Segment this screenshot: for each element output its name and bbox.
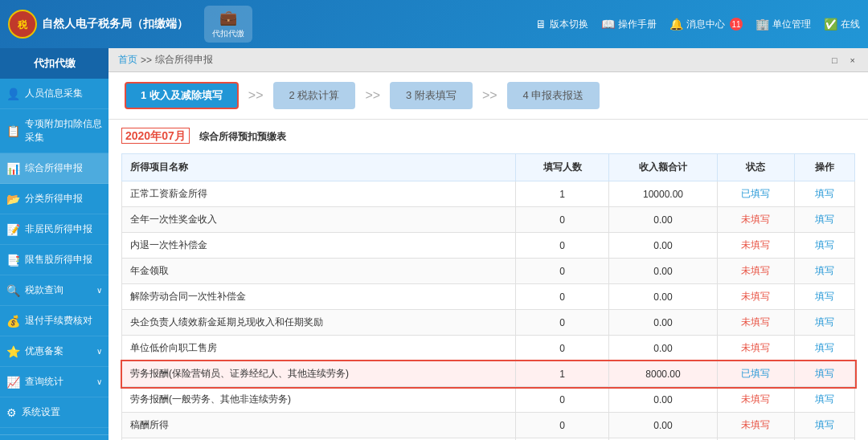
sidebar-item-stats[interactable]: 📈 查询统计 ∨ [0,367,108,397]
cell-status: 未填写 [718,284,794,310]
cell-amount: 0.00 [608,284,718,310]
cell-amount: 10000.00 [608,181,718,207]
version-switch-button[interactable]: 🖥 版本切换 [535,18,588,31]
chart-icon: 📊 [6,162,20,175]
search-icon: 🔍 [6,284,20,297]
breadcrumb-bar: 首页 >> 综合所得申报 □ × [108,48,868,72]
cell-action[interactable]: 填写 [794,181,854,207]
step-arrow-1: >> [239,88,273,103]
table-area: 2020年07月 综合所得预扣预缴表 所得项目名称 填写人数 收入额合计 状态 … [108,120,868,440]
cell-amount: 0.00 [608,207,718,233]
breadcrumb-home[interactable]: 首页 [118,53,137,67]
sidebar-item-personnel[interactable]: 👤 人员信息采集 [0,79,108,109]
cell-amount: 0.00 [608,310,718,336]
cell-action[interactable]: 填写 [794,284,854,310]
cell-name: 稿酬所得 [122,413,516,438]
cell-action[interactable]: 填写 [794,336,854,361]
sidebar-item-label-special: 专项附加扣除信息采集 [25,117,102,145]
message-center-button[interactable]: 🔔 消息中心 11 [669,18,743,31]
sidebar-item-label-refund: 退付手续费核对 [25,314,92,328]
sidebar-item-settings[interactable]: ⚙ 系统设置 [0,397,108,428]
money-icon: 💰 [6,315,20,328]
cell-name: 解除劳动合同一次性补偿金 [122,284,516,310]
sidebar-item-nonresident[interactable]: 📝 非居民所得申报 [0,214,108,245]
cell-name: 内退一次性补偿金 [122,233,516,259]
col-header-status: 状态 [718,154,794,181]
fill-action-link[interactable]: 填写 [815,214,834,225]
fill-action-link[interactable]: 填写 [815,342,834,353]
cell-status: 未填写 [718,413,794,438]
sidebar-header: 代扣代缴 [0,48,108,79]
cell-count: 0 [516,310,608,336]
cell-action[interactable]: 填写 [794,413,854,438]
step-3: 3 附表填写 [390,82,473,109]
check-icon: ✅ [824,18,837,31]
fill-action-link[interactable]: 填写 [815,393,834,405]
step-3-button[interactable]: 3 附表填写 [390,82,473,109]
breadcrumb: 首页 >> 综合所得申报 [118,53,213,67]
cell-name: 年金领取 [122,259,516,284]
cell-status: 未填写 [718,310,794,336]
cell-action[interactable]: 填写 [794,207,854,233]
person-icon: 👤 [6,88,20,100]
fill-action-link[interactable]: 填写 [815,316,834,328]
table-row: 正常工资薪金所得 1 10000.00 已填写 填写 [122,181,855,207]
sidebar: 代扣代缴 👤 人员信息采集 📋 专项附加扣除信息采集 📊 综合所得申报 📂 分类… [0,48,108,440]
col-header-count: 填写人数 [516,154,608,181]
cell-count: 1 [516,181,608,207]
sidebar-item-label-comprehensive: 综合所得申报 [25,161,83,175]
manual-button[interactable]: 📖 操作手册 [601,18,657,31]
minimize-button[interactable]: □ [829,54,841,67]
cell-status: 未填写 [718,233,794,259]
breadcrumb-actions: □ × [829,54,858,67]
sidebar-item-tax-query[interactable]: 🔍 税款查询 ∨ [0,275,108,306]
close-button[interactable]: × [847,54,858,67]
main-layout: 代扣代缴 👤 人员信息采集 📋 专项附加扣除信息采集 📊 综合所得申报 📂 分类… [0,48,868,440]
cell-status: 未填写 [718,207,794,233]
unit-management-label: 单位管理 [772,18,811,31]
chevron-down-icon3: ∨ [96,377,102,386]
sidebar-item-label-preference: 优惠备案 [25,344,63,358]
cell-name: 单位低价向职工售房 [122,336,516,361]
step-1-button[interactable]: 1 收入及减除填写 [125,82,239,109]
step-4-button[interactable]: 4 申报表报送 [507,82,600,109]
cell-action[interactable]: 填写 [794,361,854,387]
notification-badge: 11 [730,18,743,31]
gear-icon: ⚙ [6,406,17,419]
cell-amount: 8000.00 [608,361,718,387]
breadcrumb-separator: >> [141,55,152,66]
sidebar-item-label-settings: 系统设置 [22,405,60,419]
fill-action-link[interactable]: 填写 [815,239,834,251]
sidebar-item-preference[interactable]: ⭐ 优惠备案 ∨ [0,336,108,367]
wallet-icon: 💼 [219,9,237,26]
step-2-button[interactable]: 2 税款计算 [273,82,356,109]
steps-bar: 1 收入及减除填写 >> 2 税款计算 >> 3 附表填写 >> 4 申报表报送 [108,72,868,120]
step-1: 1 收入及减除填写 [125,82,239,109]
cell-amount: 0.00 [608,233,718,259]
cell-action[interactable]: 填写 [794,387,854,413]
cell-name: 央企负责人绩效薪金延期兑现收入和任期奖励 [122,310,516,336]
sidebar-item-special[interactable]: 📋 专项附加扣除信息采集 [0,109,108,153]
breadcrumb-current: 综合所得申报 [155,53,213,67]
online-label: 在线 [841,18,860,31]
table-row: 单位低价向职工售房 0 0.00 未填写 填写 [122,336,855,361]
cell-action[interactable]: 填写 [794,259,854,284]
fill-action-link[interactable]: 填写 [815,368,834,379]
clipboard-icon: 📋 [6,124,20,137]
fill-action-link[interactable]: 填写 [815,265,834,276]
cell-action[interactable]: 填写 [794,310,854,336]
unit-management-button[interactable]: 🏢 单位管理 [755,18,811,31]
table-row: 解除劳动合同一次性补偿金 0 0.00 未填写 填写 [122,284,855,310]
book-icon: 📖 [601,18,615,31]
fill-action-link[interactable]: 填写 [815,419,834,430]
sidebar-item-classified[interactable]: 📂 分类所得申报 [0,184,108,214]
fill-action-link[interactable]: 填写 [815,291,834,302]
nav-icon-button[interactable]: 💼 代扣代缴 [204,6,252,43]
sidebar-item-comprehensive[interactable]: 📊 综合所得申报 [0,153,108,184]
sidebar-item-refund[interactable]: 💰 退付手续费核对 [0,306,108,336]
logo-area: 税 自然人电子税务局（扣缴端） [8,10,188,39]
year-month-badge: 2020年07月 [121,128,190,144]
sidebar-item-restricted[interactable]: 📑 限售股所得申报 [0,245,108,275]
cell-action[interactable]: 填写 [794,233,854,259]
fill-action-link[interactable]: 填写 [815,188,834,199]
